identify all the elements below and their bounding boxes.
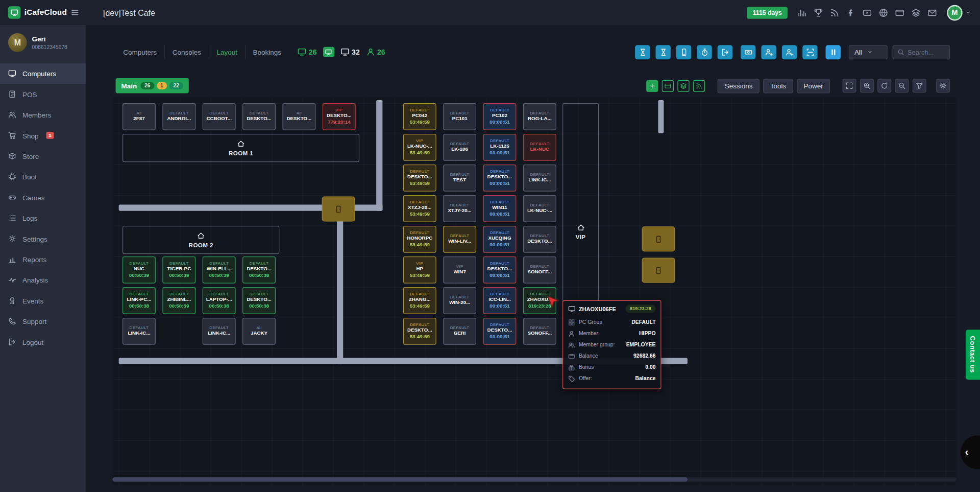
tool-broadcast-button[interactable]: [694, 80, 705, 91]
pc-tile-pc102[interactable]: DEFAULTPC10200:00:51: [483, 103, 517, 130]
pc-tile-hp[interactable]: VIPHP53:49:59: [403, 256, 436, 284]
pc-tile-deskto[interactable]: DEFAULTDESKTO...00:00:51: [483, 318, 517, 345]
tab-bookings[interactable]: Bookings: [245, 45, 289, 59]
pc-tile-link-ic[interactable]: DEFAULTLINK-IC...: [523, 165, 556, 192]
sidebar-item-shop[interactable]: Shop1: [0, 125, 86, 146]
zoom-out-button[interactable]: [895, 79, 909, 92]
pc-tile-win-20[interactable]: DEFAULTWIN-20...: [443, 287, 476, 314]
sidebar-user[interactable]: M Geri 008612345678: [0, 25, 86, 61]
pause-button[interactable]: [826, 45, 841, 59]
layers-button[interactable]: [911, 8, 920, 17]
subscription-days-badge[interactable]: 1115 days: [747, 7, 788, 18]
pc-tile-xtjy-20[interactable]: DEFAULTXTJY-20...: [443, 195, 476, 222]
add-guest-button[interactable]: [782, 45, 797, 59]
pc-tile-jacky[interactable]: AllJACKY: [242, 318, 276, 345]
pc-tile-link-pc[interactable]: DEFAULTLINK-PC...00:50:38: [122, 287, 156, 314]
pc-tile-nuc[interactable]: DEFAULTNUC00:50:39: [122, 256, 156, 284]
sidebar-item-events[interactable]: Events: [0, 290, 86, 311]
pc-tile-ccboot[interactable]: DEFAULTCCBOOT...: [203, 103, 236, 130]
pc-tile-geri[interactable]: DEFAULTGERI: [443, 318, 476, 345]
pc-tile-deskto[interactable]: DEFAULTDESKTO...00:00:51: [483, 256, 517, 284]
pc-tile-deskto[interactable]: DEFAULTDESKTO...00:50:38: [242, 287, 276, 314]
rss-button[interactable]: [830, 8, 839, 17]
sidebar-item-settings[interactable]: Settings: [0, 228, 86, 249]
menu-toggle-button[interactable]: [70, 8, 79, 17]
pc-tile-pc101[interactable]: DEFAULTPC101: [443, 103, 476, 130]
pc-tile-deskto[interactable]: DEFAULTDESKTO...00:00:51: [483, 165, 517, 192]
signout-button[interactable]: [718, 45, 732, 59]
pc-tile-laptop[interactable]: DEFAULTLAPTOP-...00:50:38: [203, 287, 236, 314]
pc-tile-tiger-pc[interactable]: DEFAULTTIGER-PC00:50:39: [162, 256, 195, 284]
search-input[interactable]: [908, 48, 945, 56]
filter-button[interactable]: [913, 79, 926, 92]
sidebar-item-members[interactable]: Members: [0, 104, 86, 125]
sidebar-item-pos[interactable]: POS: [0, 84, 86, 104]
sidebar-item-boot[interactable]: Boot: [0, 167, 86, 187]
door[interactable]: [642, 226, 675, 251]
sidebar-item-analysis[interactable]: Analysis: [0, 270, 86, 290]
power-button[interactable]: Power: [797, 79, 830, 93]
mobile-button[interactable]: [676, 45, 691, 59]
pc-tile-zhibinl[interactable]: DEFAULTZHIBINL...00:50:39: [162, 287, 195, 314]
add-member-button[interactable]: [761, 45, 776, 59]
pc-tile-deskto[interactable]: DEFAULTDESKTO...53:49:59: [403, 165, 436, 192]
zoom-in-button[interactable]: [860, 79, 874, 92]
pc-tile-lk-nuc[interactable]: DEFAULTLK-NUC-...: [523, 195, 556, 222]
sidebar-item-games[interactable]: Games: [0, 187, 86, 207]
stopwatch-button[interactable]: [697, 45, 712, 59]
money-button[interactable]: [741, 45, 755, 59]
pc-tile-deskto[interactable]: DEFAULTDESKTO...: [523, 226, 556, 253]
trophy-button[interactable]: [814, 8, 823, 17]
pc-tile-win7[interactable]: VIPWIN7: [443, 256, 476, 284]
sidebar-item-support[interactable]: Support: [0, 311, 86, 332]
contact-us-button[interactable]: Contact us: [966, 330, 980, 380]
mail-button[interactable]: [927, 8, 937, 17]
pc-tile-win-liv[interactable]: DEFAULTWIN-LIV...: [443, 226, 476, 253]
pc-tile-rog-la[interactable]: DEFAULTROG-LA...: [523, 103, 556, 130]
door[interactable]: [642, 257, 675, 283]
pc-tile-androi[interactable]: DEFAULTANDROI...: [162, 103, 195, 130]
sidebar-item-logs[interactable]: Logs: [0, 208, 86, 228]
pc-tile-xtzj-20[interactable]: DEFAULTXTZJ-20...53:49:59: [403, 195, 436, 222]
pc-tile-lk-106[interactable]: DEFAULTLK-106: [443, 134, 476, 161]
pc-tile-lk-1125[interactable]: DEFAULTLK-112500:00:51: [483, 134, 517, 161]
pc-tile-pc042[interactable]: DEFAULTPC04253:49:59: [403, 103, 436, 130]
tab-layout[interactable]: Layout: [209, 45, 245, 59]
scan-button[interactable]: [802, 45, 817, 59]
sidebar-item-computers[interactable]: Computers: [0, 63, 86, 84]
account-menu[interactable]: M: [947, 5, 971, 20]
facebook-button[interactable]: [846, 8, 855, 17]
pc-tile-2f87[interactable]: All2F87: [122, 103, 156, 130]
pc-tile-deskto[interactable]: AllDESKTO...: [282, 103, 315, 130]
pc-tile-sonoff[interactable]: DEFAULTSONOFF...: [523, 318, 556, 345]
hourglass-button[interactable]: [635, 45, 650, 59]
pc-tile-deskto[interactable]: DEFAULTDESKTO...: [242, 103, 276, 130]
chat-fab-button[interactable]: ‹: [961, 435, 980, 469]
sidebar-item-store[interactable]: Store: [0, 146, 86, 166]
floor-canvas[interactable]: ROOM 1ROOM 2VIPAll2F87DEFAULTANDROI...DE…: [112, 97, 956, 485]
tool-layers-button[interactable]: [678, 80, 690, 91]
billing-button[interactable]: [895, 8, 904, 17]
pc-tile-link-ic[interactable]: DEFAULTLINK-IC...: [203, 318, 236, 345]
pc-tile-link-ic[interactable]: DEFAULTLINK-IC...: [122, 318, 156, 345]
zone-main-button[interactable]: Main 26122: [116, 78, 189, 93]
pc-tile-lk-nuc[interactable]: VIPLK-NUC-...53:49:59: [403, 134, 436, 161]
settings-button[interactable]: [936, 79, 950, 92]
pc-tile-deskto[interactable]: DEFAULTDESKTO...53:49:59: [403, 318, 436, 345]
pc-tile-win-ell[interactable]: DEFAULTWIN-ELL...00:50:39: [203, 256, 236, 284]
tool-card-button[interactable]: [662, 80, 674, 91]
sidebar-item-reports[interactable]: Reports: [0, 249, 86, 269]
pc-tile-deskto[interactable]: VIPDESKTO...779:20:14: [323, 103, 356, 130]
pc-tile-lk-nuc[interactable]: DEFAULTLK-NUC: [523, 134, 556, 161]
pc-tile-honorpc[interactable]: DEFAULTHONORPC53:49:59: [403, 226, 436, 253]
tab-computers[interactable]: Computers: [116, 45, 164, 59]
tab-consoles[interactable]: Consoles: [164, 45, 209, 59]
youtube-button[interactable]: [863, 8, 872, 17]
sessions-button[interactable]: Sessions: [718, 79, 760, 93]
pc-tile-win11[interactable]: DEFAULTWIN1100:00:51: [483, 195, 517, 222]
pc-tile-deskto[interactable]: DEFAULTDESKTO...00:50:38: [242, 256, 276, 284]
sidebar-item-logout[interactable]: Logout: [0, 332, 86, 352]
pc-tile-zhang[interactable]: DEFAULTZHANG...53:49:59: [403, 287, 436, 314]
website-button[interactable]: [879, 8, 888, 17]
add-zone-button[interactable]: [647, 80, 658, 91]
